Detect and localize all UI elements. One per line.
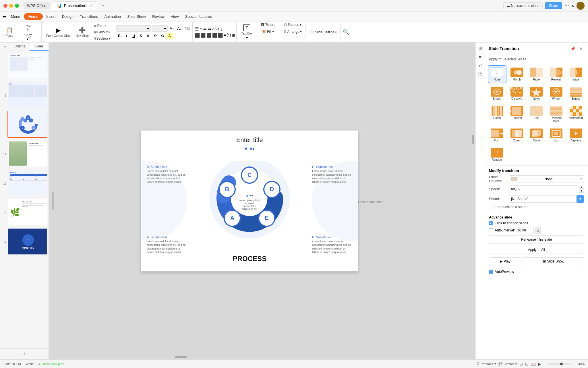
menu-icon[interactable]: ☰ [2, 14, 6, 19]
tab-close-button[interactable]: ✕ [89, 3, 92, 8]
case-icon[interactable]: AA [212, 27, 217, 31]
sound-select[interactable]: [No Sound] [509, 195, 576, 203]
menu-item-view[interactable]: View [168, 13, 182, 20]
slide-thumb-11[interactable]: Title text slide Lorem ipsum dolor sit a… [7, 140, 47, 167]
share-button[interactable]: Share [545, 2, 562, 9]
transition-morph[interactable]: Morph [508, 65, 526, 83]
multi-level-icon[interactable]: ⊞ [232, 33, 235, 38]
auto-interval-input[interactable]: 00:00 [517, 227, 534, 233]
click-change-checkbox[interactable]: ✓ [489, 221, 493, 225]
apply-all-button[interactable]: Apply to All [489, 246, 584, 254]
not-saved-button[interactable]: ☁ Not saved to cloud [503, 2, 543, 9]
slide-thumb-12[interactable]: slide title HHH cellcellcell cellcellcel… [7, 169, 47, 196]
slide-outline-button[interactable]: 📄 Slide Outline ▾ [308, 29, 339, 35]
indent-right-icon[interactable]: ⇒ [208, 26, 211, 32]
transition-reveal[interactable]: Reveral [547, 65, 566, 83]
transition-blinds[interactable]: Blinds [566, 85, 585, 103]
view-reading-icon[interactable]: 📖 [531, 362, 536, 366]
copy-button[interactable]: ⎘ Copy [16, 28, 40, 36]
transition-cube[interactable]: Cube [527, 126, 546, 144]
numbering-icon[interactable]: ≡ [200, 26, 202, 31]
menu-item-special[interactable]: Special features [182, 13, 215, 20]
canvas-hscrollbar[interactable] [100, 356, 473, 358]
transition-fade[interactable]: Fade [527, 65, 546, 83]
paste-button[interactable]: 📋 Paste [3, 24, 16, 41]
speed-down-button[interactable]: ▼ [579, 189, 584, 193]
slide-thumb-9[interactable]: Title [7, 81, 47, 108]
rehearse-button[interactable]: Rehearse This Slide [489, 235, 584, 244]
auto-interval-stepper[interactable]: ▲ ▼ [535, 227, 541, 234]
zoom-slider[interactable] [548, 363, 570, 365]
speed-stepper[interactable]: ▲ ▼ [579, 186, 584, 193]
tab-slides[interactable]: Slides [30, 43, 49, 51]
maximize-button[interactable] [15, 4, 19, 8]
transition-checkerboard[interactable]: heckerboar [566, 104, 585, 125]
view-grid-icon[interactable]: ⊟ [525, 362, 529, 366]
auto-up-button[interactable]: ▲ [535, 227, 541, 230]
slide-thumb-10[interactable]: C A E [7, 111, 47, 138]
bullets-icon[interactable]: ☰ [195, 26, 199, 32]
font-color-button[interactable]: A [145, 33, 151, 39]
add-tab-button[interactable]: + [100, 2, 107, 9]
menu-item-design[interactable]: Design [59, 13, 76, 20]
menu-item-insert[interactable]: Insert [43, 13, 59, 20]
collapse-icon[interactable]: ∧ [571, 3, 574, 8]
panel-icon-2[interactable]: ★ [477, 53, 484, 60]
highlight-button[interactable]: A [167, 33, 173, 39]
textbox-button[interactable]: T Text Box ▾ [239, 24, 254, 41]
section-button[interactable]: § Section ▾ [92, 36, 113, 41]
slide-thumb-14[interactable]: ✓ THANK YOU [7, 228, 47, 255]
search-icon[interactable]: 🔍 [343, 29, 349, 35]
from-current-button[interactable]: ▶ From Current Slide [44, 24, 73, 41]
new-slide-button[interactable]: ➕ New Slide [74, 24, 91, 41]
slide-canvas[interactable]: Enter title ● ●● [141, 131, 358, 271]
menu-item-review[interactable]: Review [149, 13, 167, 20]
list-style-icon[interactable]: ≡ [224, 33, 226, 38]
underline-button[interactable]: U [131, 33, 137, 39]
subscript-button[interactable]: X₂ [159, 33, 166, 39]
align-left-icon[interactable]: ⬛ [195, 33, 200, 38]
effect-select[interactable]: None ▾ [509, 175, 584, 183]
view-present-icon[interactable]: ▶ [538, 362, 541, 366]
slideshow-button[interactable]: ⊞ Slide Show [523, 257, 584, 265]
close-panel-icon[interactable]: ✕ [578, 45, 584, 52]
menu-item-home[interactable]: Home [24, 13, 43, 20]
transition-none[interactable]: □ None [488, 65, 506, 83]
transition-shape[interactable]: Shape [488, 85, 506, 103]
transition-wipe[interactable]: Wipe [566, 65, 585, 83]
superscript-button[interactable]: X² [152, 33, 158, 39]
transition-random[interactable]: ? Random [488, 145, 506, 164]
indent-left-icon[interactable]: ⇐ [203, 26, 207, 32]
active-tab[interactable]: 📊 Presentation1 ✕ [52, 1, 97, 10]
sidebar-collapse-button[interactable]: « [2, 44, 8, 49]
loop-checkbox[interactable] [489, 205, 493, 209]
zoom-out-button[interactable]: − [543, 361, 546, 367]
format-painter-button[interactable]: 🖌 Format Painter [16, 37, 40, 43]
italic-button[interactable]: I [123, 33, 130, 39]
transition-dissolve[interactable]: Dissolve [508, 85, 526, 103]
auto-interval-checkbox[interactable] [489, 228, 493, 232]
menu-item-menu[interactable]: Menu [8, 13, 23, 20]
add-slide-button[interactable]: + [0, 348, 49, 359]
shapes-button[interactable]: ⬡ Shapes ▾ [282, 22, 304, 28]
minimize-button[interactable] [9, 4, 13, 8]
play-button[interactable]: ▶ Play [489, 257, 521, 265]
align-distribute-icon[interactable]: ⬛ [218, 33, 223, 38]
transition-wheel[interactable]: Wheel [547, 85, 566, 103]
comment-button[interactable]: 💬 Comment [498, 362, 517, 366]
columns-icon[interactable]: ⫿ [220, 27, 223, 31]
canvas-scrollbar[interactable] [472, 43, 474, 351]
menu-item-slideshow[interactable]: Slide Show [124, 13, 149, 20]
auto-down-button[interactable]: ▼ [535, 230, 541, 234]
align-right-icon[interactable]: ⬛ [206, 33, 211, 38]
transition-box[interactable]: Box [547, 126, 566, 144]
align-center-icon[interactable]: ⬛ [201, 33, 206, 38]
slide-thumb-8[interactable]: Title text slide Lorem ipsum dolor sit a… [7, 52, 47, 79]
transition-cover[interactable]: Cover [508, 126, 526, 144]
align-justify-icon[interactable]: ⬛ [212, 33, 217, 38]
zoom-in-button[interactable]: + [572, 361, 574, 367]
reset-button[interactable]: ↺ Reset [92, 23, 113, 29]
transition-uncover[interactable]: Uncover [508, 104, 526, 125]
bold-button[interactable]: B [116, 33, 123, 39]
panel-icon-3[interactable]: ⇄ [477, 62, 484, 69]
